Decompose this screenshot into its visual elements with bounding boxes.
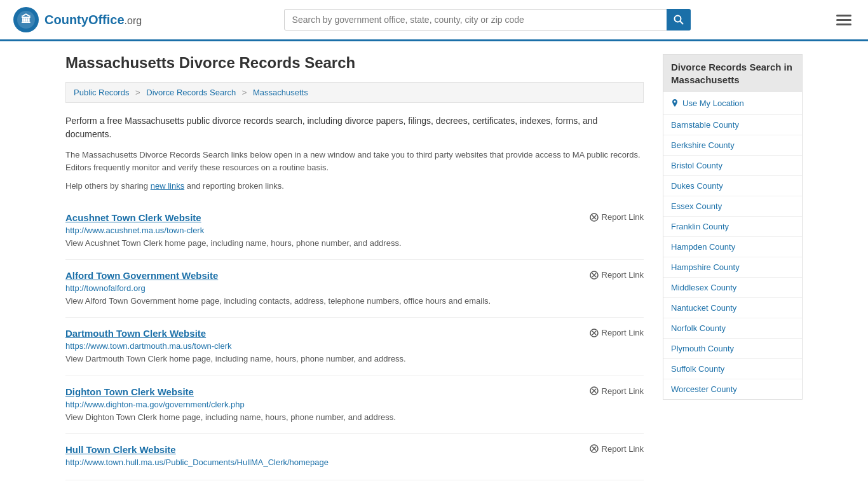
menu-button[interactable] — [832, 11, 855, 29]
breadcrumb-divorce-search[interactable]: Divorce Records Search — [146, 88, 236, 97]
sidebar-county-norfolk-county[interactable]: Norfolk County — [663, 318, 802, 339]
result-desc-1: View Alford Town Government home page, i… — [65, 295, 644, 307]
sidebar-county-essex-county[interactable]: Essex County — [663, 196, 802, 217]
result-desc-0: View Acushnet Town Clerk home page, incl… — [65, 238, 644, 249]
result-item: Hull Town Clerk Website Report Link http… — [65, 434, 644, 480]
sidebar-county-middlesex-county[interactable]: Middlesex County — [663, 278, 802, 298]
menu-bar-1 — [836, 15, 851, 17]
location-pin-icon — [671, 99, 679, 108]
result-url-4[interactable]: http://www.town.hull.ma.us/Public_Docume… — [65, 458, 644, 467]
report-link-2[interactable]: Report Link — [590, 328, 644, 337]
result-title-4[interactable]: Hull Town Clerk Website — [65, 444, 176, 455]
search-area — [284, 9, 691, 30]
sidebar-title: Divorce Records Search in Massachusetts — [663, 55, 802, 92]
sidebar: Divorce Records Search in Massachusetts … — [663, 54, 803, 480]
new-links-link[interactable]: new links — [151, 181, 184, 191]
sidebar-county-berkshire-county[interactable]: Berkshire County — [663, 135, 802, 156]
report-link-0[interactable]: Report Link — [590, 212, 644, 222]
sidebar-county-franklin-county[interactable]: Franklin County — [663, 217, 802, 237]
logo-icon: 🏛 — [13, 6, 39, 33]
report-icon-3 — [590, 386, 599, 395]
breadcrumb-massachusetts[interactable]: Massachusetts — [253, 88, 308, 97]
svg-text:🏛: 🏛 — [21, 13, 31, 25]
result-item: Dartmouth Town Clerk Website Report Link… — [65, 318, 644, 376]
main-wrapper: Massachusetts Divorce Records Search Pub… — [53, 41, 815, 488]
logo-area[interactable]: 🏛 CountyOffice.org — [13, 6, 142, 33]
sidebar-county-suffolk-county[interactable]: Suffolk County — [663, 359, 802, 379]
result-title-2[interactable]: Dartmouth Town Clerk Website — [65, 328, 206, 339]
result-title-0[interactable]: Acushnet Town Clerk Website — [65, 212, 201, 223]
use-my-location[interactable]: Use My Location — [663, 92, 802, 115]
menu-bar-2 — [836, 19, 851, 21]
result-url-0[interactable]: http://www.acushnet.ma.us/town-clerk — [65, 226, 644, 235]
sidebar-counties-list: Barnstable CountyBerkshire CountyBristol… — [663, 115, 802, 399]
result-item: Acushnet Town Clerk Website Report Link … — [65, 202, 644, 260]
sidebar-county-nantucket-county[interactable]: Nantucket County — [663, 298, 802, 318]
result-header: Dartmouth Town Clerk Website Report Link — [65, 328, 644, 339]
result-url-1[interactable]: http://townofalford.org — [65, 283, 644, 293]
result-desc-2: View Dartmouth Town Clerk home page, inc… — [65, 353, 644, 365]
description-paragraph-3: Help others by sharing new links and rep… — [65, 181, 644, 191]
report-icon-0 — [590, 213, 599, 222]
result-url-3[interactable]: http://www.dighton-ma.gov/government/cle… — [65, 400, 644, 409]
result-title-1[interactable]: Alford Town Government Website — [65, 270, 218, 281]
breadcrumb-public-records[interactable]: Public Records — [74, 88, 129, 97]
report-icon-2 — [590, 329, 599, 337]
sidebar-county-hampshire-county[interactable]: Hampshire County — [663, 257, 802, 278]
sidebar-county-barnstable-county[interactable]: Barnstable County — [663, 115, 802, 135]
sidebar-county-dukes-county[interactable]: Dukes County — [663, 176, 802, 196]
sidebar-county-bristol-county[interactable]: Bristol County — [663, 156, 802, 176]
site-header: 🏛 CountyOffice.org — [0, 0, 868, 41]
result-desc-3: View Dighton Town Clerk home page, inclu… — [65, 412, 644, 423]
result-item: Dighton Town Clerk Website Report Link h… — [65, 376, 644, 434]
search-icon — [674, 15, 684, 25]
svg-line-4 — [680, 22, 682, 24]
result-header: Alford Town Government Website Report Li… — [65, 270, 644, 281]
sidebar-county-hampden-county[interactable]: Hampden County — [663, 237, 802, 257]
result-header: Acushnet Town Clerk Website Report Link — [65, 212, 644, 223]
sidebar-box: Divorce Records Search in Massachusetts … — [663, 54, 803, 400]
breadcrumb: Public Records > Divorce Records Search … — [65, 82, 644, 103]
result-url-2[interactable]: https://www.town.dartmouth.ma.us/town-cl… — [65, 341, 644, 351]
search-input[interactable] — [284, 9, 691, 30]
result-title-3[interactable]: Dighton Town Clerk Website — [65, 386, 194, 397]
sidebar-county-worcester-county[interactable]: Worcester County — [663, 379, 802, 399]
search-button[interactable] — [667, 9, 691, 30]
logo-text: CountyOffice.org — [44, 13, 142, 27]
menu-bar-3 — [836, 24, 851, 25]
content-area: Massachusetts Divorce Records Search Pub… — [65, 54, 644, 480]
results-list: Acushnet Town Clerk Website Report Link … — [65, 202, 644, 480]
result-item: Alford Town Government Website Report Li… — [65, 260, 644, 318]
page-title: Massachusetts Divorce Records Search — [65, 54, 644, 72]
report-link-1[interactable]: Report Link — [590, 270, 644, 280]
breadcrumb-sep-1: > — [135, 88, 140, 97]
description-paragraph-1: Perform a free Massachusetts public divo… — [65, 114, 644, 141]
report-icon-1 — [590, 271, 599, 280]
result-header: Dighton Town Clerk Website Report Link — [65, 386, 644, 397]
result-header: Hull Town Clerk Website Report Link — [65, 444, 644, 455]
description-paragraph-2: The Massachusetts Divorce Records Search… — [65, 149, 644, 173]
sidebar-county-plymouth-county[interactable]: Plymouth County — [663, 339, 802, 359]
breadcrumb-sep-2: > — [242, 88, 247, 97]
report-link-4[interactable]: Report Link — [590, 444, 644, 454]
report-icon-4 — [590, 444, 599, 453]
report-link-3[interactable]: Report Link — [590, 386, 644, 396]
